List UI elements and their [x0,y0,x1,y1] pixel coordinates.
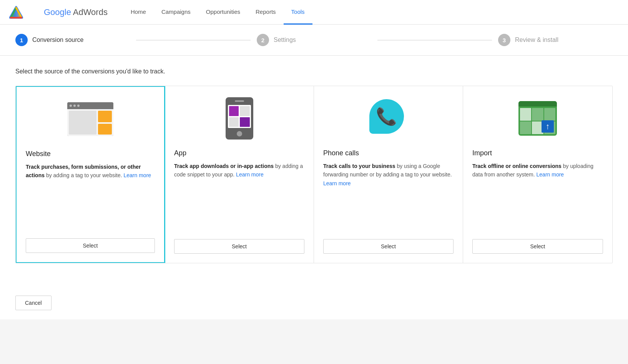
phone-calls-card-desc: Track calls to your business by using a … [323,162,454,230]
adwords-logo-icon2 [9,5,23,19]
cards-grid: Website Track purchases, form submission… [15,86,613,263]
step-2-circle: 2 [257,34,269,46]
website-browser-icon [67,102,113,136]
import-arrow-icon: ↑ [546,122,550,131]
phone-calls-bubble-icon: 📞 [369,99,408,138]
phone-desc-bold: Track calls to your business [323,163,395,169]
card-app[interactable]: App Track app downloads or in-app action… [165,86,314,263]
app-card-title: App [174,149,186,157]
page-instruction: Select the source of the conversions you… [15,68,613,75]
app-phone-icon [226,97,253,140]
app-learn-more[interactable]: Learn more [236,171,264,178]
phone-calls-icon-area: 📞 [323,95,454,141]
step-1: 1 Conversion source [15,34,130,46]
step-connector-1 [136,40,251,40]
header: Google AdWords Home Campaigns Opportunit… [0,0,628,25]
website-card-title: Website [26,150,51,158]
logo: Google AdWords [9,5,108,19]
website-card-desc: Track purchases, form submissions, or ot… [26,163,155,229]
website-icon-area [26,96,155,142]
website-learn-more[interactable]: Learn more [123,172,151,178]
step-connector-2 [377,40,492,40]
app-icon-area [174,95,304,141]
nav-campaigns[interactable]: Campaigns [154,0,198,25]
step-1-circle: 1 [15,34,28,46]
nav-tools[interactable]: Tools [284,0,312,25]
app-desc-bold: Track app downloads or in-app actions [174,163,274,169]
phone-learn-more[interactable]: Learn more [323,180,351,186]
phone-handset-icon: 📞 [376,106,397,126]
wizard-steps: 1 Conversion source 2 Settings 3 Review … [0,25,628,56]
footer-actions: Cancel [0,286,628,319]
card-website[interactable]: Website Track purchases, form submission… [15,86,165,263]
nav-reports[interactable]: Reports [248,0,284,25]
import-icon-area: ↑ [472,95,603,141]
page-body: Select the source of the conversions you… [0,56,628,286]
import-card-title: Import [472,149,492,157]
step-2: 2 Settings [257,34,371,46]
nav-opportunities[interactable]: Opportunities [198,0,248,25]
cancel-button[interactable]: Cancel [15,296,52,310]
app-select-button[interactable]: Select [174,239,304,254]
step-3-circle: 3 [498,34,510,46]
import-desc-bold: Track offline or online conversions [472,163,562,169]
phone-calls-select-button[interactable]: Select [323,239,454,254]
import-select-button[interactable]: Select [472,239,603,254]
step-3-label: Review & install [515,37,558,43]
nav-home[interactable]: Home [123,0,154,25]
website-select-button[interactable]: Select [26,238,155,253]
logo-text: Google AdWords [44,7,108,17]
step-1-label: Conversion source [32,37,83,43]
card-import[interactable]: ↑ Import Track offline or online convers… [463,86,612,263]
card-phone-calls[interactable]: 📞 Phone calls Track calls to your busine… [314,86,463,263]
import-spreadsheet-icon: ↑ [518,101,557,136]
import-learn-more[interactable]: Learn more [537,171,564,178]
import-card-desc: Track offline or online conversions by u… [472,162,603,230]
step-3: 3 Review & install [498,34,613,46]
main-nav: Home Campaigns Opportunities Reports Too… [123,0,312,25]
app-card-desc: Track app downloads or in-app actions by… [174,162,304,230]
step-2-label: Settings [274,37,296,43]
phone-calls-card-title: Phone calls [323,149,359,157]
